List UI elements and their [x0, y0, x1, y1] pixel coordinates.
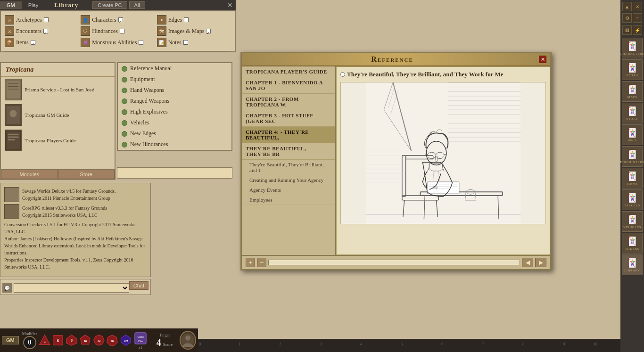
- ref-item-new-hindrances[interactable]: New Hindrances: [118, 139, 231, 150]
- library-item-encounters[interactable]: ⚔ Encounters: [5, 26, 79, 36]
- rs-library-button[interactable]: 🃏 Library: [622, 254, 643, 275]
- rs-encounters-button[interactable]: 🃏 Encounters: [622, 146, 643, 167]
- toc-item-guide[interactable]: TROPICANA PLAYER'S GUIDE: [242, 66, 335, 77]
- ref-content-title: They're Beautiful, They're Brilliant, an…: [340, 71, 546, 78]
- rs-items-button[interactable]: 🃏 Items: [622, 168, 643, 188]
- ref-item-hand-weapons[interactable]: Hand Weapons: [118, 85, 231, 96]
- ref-bullet-explosives: [122, 109, 127, 115]
- chat-area: Chat 💬: [0, 279, 151, 295]
- ruler-label-10: 10: [593, 342, 597, 346]
- d20-die[interactable]: 20: [106, 333, 118, 347]
- ref-item-vehicles[interactable]: Vehicles: [118, 117, 231, 128]
- zoom-out-button[interactable]: −: [257, 258, 266, 267]
- nav-progress-bar[interactable]: [268, 260, 520, 265]
- toc-subitem-beautiful[interactable]: They're Beautiful, They're Brilliant, an…: [242, 160, 335, 175]
- dice-icon[interactable]: ⚅: [622, 25, 632, 35]
- ruler-label-8: 8: [522, 342, 525, 346]
- library-item-edges[interactable]: ✦ Edges: [157, 15, 231, 25]
- info-panel: Savage Worlds Deluxe v4.5 for Fantasy Gr…: [0, 183, 151, 277]
- modules-button[interactable]: Modules: [1, 170, 58, 179]
- library-item-images[interactable]: 🗺 Images & Maps: [157, 26, 231, 36]
- rs-notes-button[interactable]: 🃏 Notes: [622, 59, 643, 80]
- toc-item-ch4[interactable]: CHAPTER 4: - THEY'RE BEAUTIFUL,: [242, 127, 335, 143]
- search-input[interactable]: [117, 168, 232, 178]
- notes-icon: 📝: [157, 38, 166, 47]
- nav-next-button[interactable]: ▶: [535, 258, 546, 267]
- hindrances-icon: 🛡: [81, 26, 90, 36]
- library-grid: ⚔ Archetypes 👤 Characters ✦ Edges ⚔ Enco…: [1, 11, 235, 51]
- settings-icon[interactable]: ⚙: [622, 13, 632, 23]
- power-icon[interactable]: ⚡: [633, 25, 642, 35]
- toc-item-ch4-sub[interactable]: THEY'RE BEAUTIFUL, THEY'RE BR: [242, 143, 335, 160]
- ref-item-ranged-weapons[interactable]: Ranged Weapons: [118, 96, 231, 106]
- archetypes-checkbox[interactable]: [44, 17, 49, 22]
- library-item-characters[interactable]: 👤 Characters: [81, 15, 155, 25]
- menu-icon[interactable]: ≡: [633, 13, 642, 23]
- library-item-monstrous[interactable]: 👾 Monstrous Abilities: [81, 38, 155, 47]
- items-checkbox[interactable]: [31, 40, 35, 45]
- gm-dice-button[interactable]: GM: [2, 336, 19, 344]
- toc-subitem-events[interactable]: Agency Events: [242, 185, 335, 195]
- images-checkbox[interactable]: [206, 29, 211, 33]
- all-button[interactable]: All: [129, 1, 145, 9]
- chat-button[interactable]: Chat: [129, 281, 149, 290]
- wild-die[interactable]: Wild Die: [133, 331, 148, 345]
- encounters-checkbox[interactable]: [43, 29, 48, 33]
- ref-window-close-button[interactable]: ✕: [539, 56, 546, 63]
- d12-die[interactable]: 12: [93, 333, 105, 347]
- module-item-prisma[interactable]: Prisma Service - Lost in San José: [1, 77, 115, 102]
- ruler-label-7: 7: [482, 342, 484, 346]
- toc-subitem-employees[interactable]: Employees: [242, 195, 335, 205]
- info-line-5: Properties Inspector Development Tools. …: [4, 256, 147, 270]
- info-line-4: Author: James (Lokisere) Holloway (Inspi…: [4, 235, 147, 256]
- ruler-label-0: 0: [199, 342, 201, 346]
- toc-item-ch1[interactable]: CHAPTER 1 - BIENVENIDO A SAN JO: [242, 77, 335, 94]
- rs-npcs-button[interactable]: 🃏 NPCs: [622, 124, 643, 145]
- d10-die[interactable]: 10: [79, 333, 91, 347]
- module-item-gm-guide[interactable]: Tropicana GM Guide: [1, 102, 115, 128]
- search-bar[interactable]: [117, 167, 232, 179]
- create-pc-button[interactable]: Create PC: [92, 1, 127, 9]
- library-item-hindrances[interactable]: 🛡 Hindrances: [81, 26, 155, 36]
- nav-prev-button[interactable]: ◀: [522, 258, 533, 267]
- ref-item-equipment[interactable]: Equipment: [118, 74, 231, 85]
- rs-vehicles-button[interactable]: 🃏 Vehicles: [622, 211, 643, 232]
- toc-item-ch3[interactable]: CHAPTER 3 - HOT STUFF (GEAR SEC: [242, 110, 335, 127]
- module-item-players-guide[interactable]: Tropicana Players Guide: [1, 128, 115, 153]
- close-mini-icon[interactable]: ✕: [633, 2, 642, 11]
- ref-item-manual[interactable]: Reference Manual: [118, 63, 231, 74]
- ref-item-explosives[interactable]: High Explosives: [118, 106, 231, 117]
- rs-characters-button[interactable]: 🃏 Characters: [622, 38, 643, 58]
- store-button[interactable]: Store: [58, 170, 115, 179]
- chat-select[interactable]: [14, 283, 129, 293]
- close-icon[interactable]: ✕: [224, 1, 236, 9]
- library-item-items[interactable]: 📦 Items: [5, 38, 79, 47]
- d6-die[interactable]: 6: [52, 333, 64, 347]
- d4-die[interactable]: 4: [39, 333, 51, 347]
- rs-parcels-button[interactable]: 🃏 Parcels: [622, 189, 643, 210]
- library-item-notes[interactable]: 📝 Notes: [157, 38, 231, 47]
- hindrances-checkbox[interactable]: [120, 29, 124, 33]
- zoom-in-button[interactable]: +: [246, 258, 255, 267]
- svg-text:Wild: Wild: [137, 335, 144, 339]
- toc-subitem-running[interactable]: Creating and Running Your Agency: [242, 175, 335, 185]
- gm-button[interactable]: GM: [0, 1, 22, 9]
- play-button[interactable]: Play: [22, 1, 45, 9]
- characters-checkbox[interactable]: [118, 17, 123, 22]
- chat-icon: 💬: [2, 283, 12, 293]
- library-item-archetypes[interactable]: ⚔ Archetypes: [5, 15, 79, 25]
- characters-icon: 👤: [81, 15, 90, 25]
- toc-item-ch2[interactable]: CHAPTER 2 - FROM TROPICANA W.: [242, 94, 335, 110]
- rs-maps-button[interactable]: 🃏 Maps: [622, 81, 643, 102]
- d100-die[interactable]: 100: [120, 333, 132, 347]
- arrow-up-icon[interactable]: ▲: [622, 2, 632, 11]
- edges-checkbox[interactable]: [184, 17, 189, 22]
- rs-story-button[interactable]: 🃏 Story: [622, 103, 643, 123]
- notes-checkbox[interactable]: [183, 40, 188, 45]
- ref-item-new-edges[interactable]: New Edges: [118, 128, 231, 139]
- ref-item-ranged-label: Ranged Weapons: [130, 98, 169, 105]
- archetypes-icon: ⚔: [5, 15, 14, 25]
- monstrous-checkbox[interactable]: [139, 40, 143, 45]
- d8-die[interactable]: 8: [66, 333, 78, 347]
- rs-tokens-button[interactable]: 🃏 Tokens: [622, 233, 643, 254]
